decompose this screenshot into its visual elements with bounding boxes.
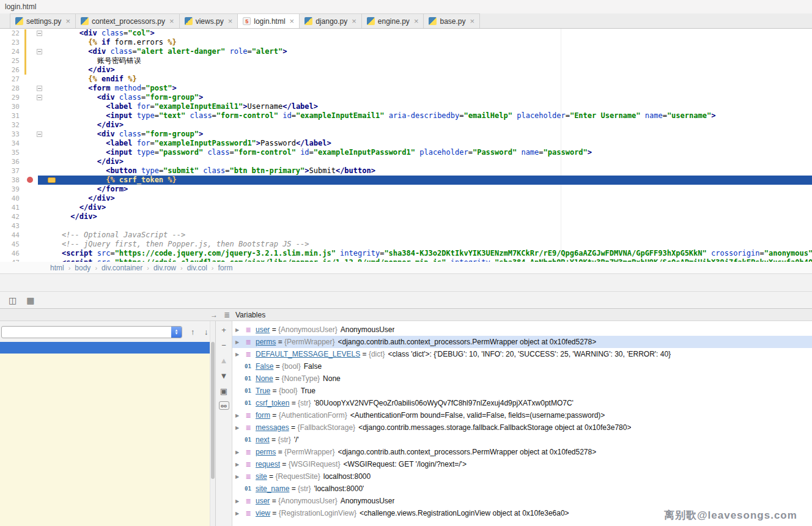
breakpoint-icon[interactable] xyxy=(27,177,33,183)
line-number[interactable]: 23 xyxy=(0,38,22,47)
code-line-46[interactable]: 46 <script src="https://code.jquery.com/… xyxy=(0,249,812,258)
expand-arrow-icon[interactable]: ▶ xyxy=(235,511,243,516)
fold-icon[interactable] xyxy=(37,86,42,91)
line-number[interactable]: 27 xyxy=(0,75,22,84)
line-number[interactable]: 40 xyxy=(0,194,22,203)
line-number[interactable]: 45 xyxy=(0,240,22,249)
code-area[interactable]: 22 <div class="col">23 {% if form.errors… xyxy=(0,29,812,262)
selected-frame-row[interactable] xyxy=(0,342,210,354)
code-line-31[interactable]: 31 <input type="text" class="form-contro… xyxy=(0,111,812,120)
tab-close-icon[interactable]: × xyxy=(169,17,174,25)
move-up-icon[interactable]: ▲ xyxy=(219,355,229,365)
line-number[interactable]: 31 xyxy=(0,111,22,120)
fold-icon[interactable] xyxy=(37,31,42,36)
variable-row[interactable]: 01csrf_token = {str}'80UoopYxV2NVFQeoZr0… xyxy=(232,397,812,409)
code-line-33[interactable]: 33 <div class="form-group"> xyxy=(0,130,812,139)
expand-arrow-icon[interactable]: ▶ xyxy=(235,425,243,431)
line-number[interactable]: 34 xyxy=(0,139,22,148)
fold-icon[interactable] xyxy=(37,95,42,100)
variable-row[interactable]: 01next = {str}'/' xyxy=(232,434,812,446)
code-line-41[interactable]: 41 </div> xyxy=(0,203,812,212)
code-line-30[interactable]: 30 <label for="exampleInputEmail1">Usern… xyxy=(0,102,812,111)
breadcrumb-item[interactable]: html xyxy=(50,264,64,272)
code-line-25[interactable]: 25 账号密码错误 xyxy=(0,56,812,65)
variable-row[interactable]: 01True = {bool}True xyxy=(232,385,812,397)
code-line-38[interactable]: 38 {% csrf_token %} xyxy=(0,176,812,185)
code-line-29[interactable]: 29 <div class="form-group"> xyxy=(0,93,812,102)
previous-frame-icon[interactable]: ↑ xyxy=(191,327,195,336)
code-line-27[interactable]: 27 {% endif %} xyxy=(0,75,812,84)
tab-close-icon[interactable]: × xyxy=(290,17,295,25)
code-line-47[interactable]: 47 <script src="https://cdnjs.cloudflare… xyxy=(0,258,812,262)
line-number[interactable]: 38 xyxy=(0,176,22,185)
breadcrumb-item[interactable]: div.col xyxy=(187,264,207,272)
fold-icon[interactable] xyxy=(37,49,42,54)
add-watch-icon[interactable]: + xyxy=(219,325,229,335)
line-number[interactable]: 30 xyxy=(0,102,22,111)
breadcrumb-item[interactable]: div.container xyxy=(102,264,142,272)
tab-views.py[interactable]: views.py× xyxy=(179,13,238,28)
expand-arrow-icon[interactable]: ▶ xyxy=(235,339,243,345)
tab-django.py[interactable]: django.py× xyxy=(299,13,362,28)
expand-arrow-icon[interactable]: ▶ xyxy=(235,352,243,357)
line-number[interactable]: 33 xyxy=(0,130,22,139)
expand-arrow-icon[interactable]: ▶ xyxy=(235,462,243,467)
tab-close-icon[interactable]: × xyxy=(352,17,356,25)
variable-row[interactable]: ▶≣messages = {FallbackStorage}<django.co… xyxy=(232,421,812,434)
line-number[interactable]: 36 xyxy=(0,157,22,166)
code-line-45[interactable]: 45 <!-- jQuery first, then Popper.js, th… xyxy=(0,240,812,249)
code-line-40[interactable]: 40 </div> xyxy=(0,194,812,203)
show-watches-icon[interactable]: oo xyxy=(219,401,229,410)
breadcrumb-item[interactable]: body xyxy=(75,264,90,272)
line-number[interactable]: 32 xyxy=(0,120,22,130)
tab-settings.py[interactable]: settings.py× xyxy=(10,13,76,28)
pointer-mode-icon[interactable]: ◫ xyxy=(9,295,17,305)
tab-login.html[interactable]: 5login.html× xyxy=(237,13,300,28)
variable-row[interactable]: 01site_name = {str}'localhost:8000' xyxy=(232,483,812,495)
line-number[interactable]: 44 xyxy=(0,231,22,240)
line-number[interactable]: 28 xyxy=(0,84,22,93)
duplicate-icon[interactable]: ▣ xyxy=(219,386,229,396)
tab-context_processors.py[interactable]: context_processors.py× xyxy=(75,13,180,28)
variable-row[interactable]: ▶≣user = {AnonymousUser}AnonymousUser xyxy=(232,324,812,336)
line-number[interactable]: 24 xyxy=(0,47,22,56)
editor[interactable]: 22 <div class="col">23 {% if form.errors… xyxy=(0,29,812,262)
remove-watch-icon[interactable]: − xyxy=(219,340,229,350)
tab-close-icon[interactable]: × xyxy=(414,17,419,25)
jump-to-source-icon[interactable]: → xyxy=(210,311,218,319)
line-number[interactable]: 42 xyxy=(0,212,22,221)
variable-row[interactable]: ▶≣perms = {PermWrapper}<django.contrib.a… xyxy=(232,446,812,458)
line-number[interactable]: 39 xyxy=(0,185,22,194)
line-number[interactable]: 35 xyxy=(0,148,22,157)
library-frames-area[interactable] xyxy=(0,354,210,526)
code-line-39[interactable]: 39 </form> xyxy=(0,185,812,194)
code-line-37[interactable]: 37 <button type="submit" class="btn btn-… xyxy=(0,166,812,176)
expand-arrow-icon[interactable]: ▶ xyxy=(235,498,243,504)
scrollbar-thumb[interactable] xyxy=(211,342,215,479)
code-line-42[interactable]: 42 </div> xyxy=(0,212,812,221)
line-number[interactable]: 29 xyxy=(0,93,22,102)
line-number[interactable]: 46 xyxy=(0,249,22,258)
code-line-24[interactable]: 24 <div class="alert alert-danger" role=… xyxy=(0,47,812,56)
combobox-dropdown-icon[interactable]: ▲ ▼ xyxy=(171,327,182,338)
tab-close-icon[interactable]: × xyxy=(228,17,233,25)
expand-arrow-icon[interactable]: ▶ xyxy=(235,450,243,455)
code-line-26[interactable]: 26 </div> xyxy=(0,65,812,75)
variable-row[interactable]: 01None = {NoneType}None xyxy=(232,372,812,385)
expand-arrow-icon[interactable]: ▶ xyxy=(235,474,243,480)
line-number[interactable]: 47 xyxy=(0,258,22,262)
line-number[interactable]: 26 xyxy=(0,65,22,75)
variable-row[interactable]: ▶≣user = {AnonymousUser}AnonymousUser xyxy=(232,495,812,507)
variable-row[interactable]: 01False = {bool}False xyxy=(232,360,812,372)
line-number[interactable]: 25 xyxy=(0,56,22,65)
next-frame-icon[interactable]: ↓ xyxy=(204,327,209,336)
variable-row[interactable]: ▶≣perms = {PermWrapper}<django.contrib.a… xyxy=(232,336,812,348)
variable-row[interactable]: ▶≣request = {WSGIRequest}<WSGIRequest: G… xyxy=(232,458,812,470)
variable-row[interactable]: ▶≣site = {RequestSite}localhost:8000 xyxy=(232,470,812,483)
line-number[interactable]: 41 xyxy=(0,203,22,212)
tab-engine.py[interactable]: engine.py× xyxy=(361,13,424,28)
variables-tab-label[interactable]: Variables xyxy=(235,311,265,319)
code-line-32[interactable]: 32 </div> xyxy=(0,120,812,130)
tab-close-icon[interactable]: × xyxy=(470,17,475,25)
code-line-43[interactable]: 43 xyxy=(0,221,812,231)
